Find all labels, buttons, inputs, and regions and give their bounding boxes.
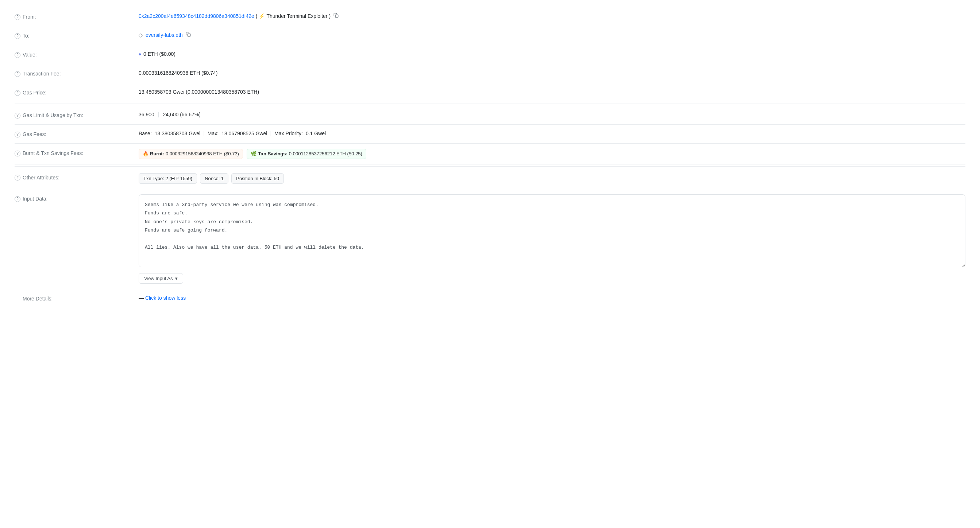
value-value-col: ♦ 0 ETH ($0.00) [138, 50, 966, 58]
gas-limit-pipe: | [158, 111, 159, 119]
txn-fee-row: ? Transaction Fee: 0.0003316168240938 ET… [14, 64, 966, 83]
gas-price-row: ? Gas Price: 13.480358703 Gwei (0.000000… [14, 83, 966, 102]
to-label-col: ? To: [14, 31, 138, 40]
more-details-value-col: — Click to show less [138, 294, 966, 302]
view-input-label: View Input As [144, 276, 173, 281]
to-help-icon[interactable]: ? [14, 33, 21, 39]
savings-badge: 🌿 Txn Savings: 0.0001128537256212 ETH ($… [247, 149, 366, 159]
burnt-savings-label-col: ? Burnt & Txn Savings Fees: [14, 149, 138, 157]
input-data-textarea[interactable] [138, 194, 966, 267]
from-tag: Thunder Terminal Exploiter [266, 13, 327, 20]
gas-fees-help-icon[interactable]: ? [14, 132, 21, 138]
burnt-savings-value-col: 🔥 Burnt: 0.0003291568240938 ETH ($0.73) … [138, 149, 966, 159]
base-label: Base: [138, 130, 152, 138]
other-attr-label: Other Attributes: [22, 174, 59, 182]
value-help-icon[interactable]: ? [14, 52, 21, 58]
svg-rect-0 [335, 14, 338, 17]
more-details-label: More Details: [22, 295, 52, 303]
show-less-link[interactable]: Click to show less [145, 295, 186, 301]
base-value: 13.380358703 Gwei [155, 130, 200, 138]
to-address-link[interactable]: eversify-labs.eth [146, 32, 183, 38]
txn-fee-amount: 0.0003316168240938 ETH ($0.74) [138, 70, 218, 76]
to-label: To: [22, 32, 30, 40]
value-label-col: ? Value: [14, 50, 138, 59]
burnt-savings-help-icon[interactable]: ? [14, 151, 21, 157]
section-divider [14, 103, 966, 104]
fire-emoji: 🔥 [143, 150, 148, 157]
txn-type-badge: Txn Type: 2 (EIP-1559) [138, 173, 197, 184]
nonce-badge: Nonce: 1 [200, 173, 228, 184]
savings-emoji: 🌿 [251, 150, 256, 157]
input-data-help-icon[interactable]: ? [14, 196, 21, 202]
other-attr-help-icon[interactable]: ? [14, 174, 21, 181]
burnt-savings-label: Burnt & Txn Savings Fees: [22, 149, 83, 157]
burnt-savings-row: ? Burnt & Txn Savings Fees: 🔥 Burnt: 0.0… [14, 144, 966, 165]
gas-limit-value-col: 36,900 | 24,600 (66.67%) [138, 111, 966, 119]
eth-icon: ♦ [138, 51, 141, 57]
max-priority-value: 0.1 Gwei [306, 130, 326, 138]
section-divider-2 [14, 166, 966, 166]
from-label: From: [22, 13, 36, 21]
show-less-prefix: — [138, 295, 145, 301]
to-value-col: ◇ eversify-labs.eth [138, 31, 966, 39]
savings-label: Txn Savings: [258, 150, 288, 157]
txn-fee-label: Transaction Fee: [22, 70, 61, 78]
value-amount: 0 ETH ($0.00) [143, 51, 175, 57]
pipe1: | [203, 130, 205, 138]
from-copy-icon[interactable] [334, 13, 339, 18]
gas-price-label-col: ? Gas Price: [14, 88, 138, 97]
input-data-label: Input Data: [22, 195, 48, 203]
to-copy-icon[interactable] [186, 32, 191, 37]
position-badge: Position In Block: 50 [231, 173, 284, 184]
from-help-icon[interactable]: ? [14, 14, 21, 20]
gas-usage-value: 24,600 (66.67%) [163, 111, 200, 119]
other-attr-label-col: ? Other Attributes: [14, 173, 138, 182]
savings-value: 0.0001128537256212 ETH ($0.25) [289, 150, 362, 157]
from-tag-badge: (⚡ Thunder Terminal Exploiter) [256, 13, 331, 20]
max-label: Max: [208, 130, 218, 138]
max-value: 18.067908525 Gwei [221, 130, 267, 138]
gas-fees-label-col: ? Gas Fees: [14, 130, 138, 138]
txn-fee-label-col: ? Transaction Fee: [14, 69, 138, 78]
contract-icon: ◇ [138, 32, 143, 38]
svg-rect-1 [188, 33, 191, 36]
txn-fee-value-col: 0.0003316168240938 ETH ($0.74) [138, 69, 966, 77]
thunder-emoji: ⚡ [259, 13, 265, 20]
value-label: Value: [22, 51, 37, 59]
input-data-label-col: ? Input Data: [14, 194, 138, 203]
input-data-wrapper: View Input As ▾ [138, 194, 966, 284]
gas-fees-label: Gas Fees: [22, 130, 46, 138]
max-priority-label: Max Priority: [274, 130, 303, 138]
gas-limit-value: 36,900 [138, 111, 154, 119]
chevron-down-icon: ▾ [175, 276, 178, 281]
gas-limit-help-icon[interactable]: ? [14, 113, 21, 119]
other-attr-value-col: Txn Type: 2 (EIP-1559) Nonce: 1 Position… [138, 173, 966, 184]
gas-price-amount: 13.480358703 Gwei (0.0000000013480358703… [138, 89, 259, 95]
pipe2: | [270, 130, 272, 138]
value-row: ? Value: ♦ 0 ETH ($0.00) [14, 45, 966, 64]
gas-price-help-icon[interactable]: ? [14, 90, 21, 96]
from-value-col: 0x2a2c200af4e659348c4182dd9806a340851df4… [138, 13, 966, 20]
other-attributes-row: ? Other Attributes: Txn Type: 2 (EIP-155… [14, 168, 966, 190]
more-details-row: ? More Details: — Click to show less [14, 289, 966, 308]
txn-fee-help-icon[interactable]: ? [14, 71, 21, 77]
burnt-value: 0.0003291568240938 ETH ($0.73) [165, 150, 239, 157]
view-input-button[interactable]: View Input As ▾ [138, 273, 183, 284]
gas-limit-label: Gas Limit & Usage by Txn: [22, 112, 83, 119]
gas-limit-row: ? Gas Limit & Usage by Txn: 36,900 | 24,… [14, 106, 966, 125]
more-details-label-col: ? More Details: [14, 294, 138, 303]
gas-price-value-col: 13.480358703 Gwei (0.0000000013480358703… [138, 88, 966, 96]
burnt-badge: 🔥 Burnt: 0.0003291568240938 ETH ($0.73) [138, 149, 243, 159]
to-row: ? To: ◇ eversify-labs.eth [14, 26, 966, 45]
gas-limit-label-col: ? Gas Limit & Usage by Txn: [14, 111, 138, 119]
input-data-row: ? Input Data: View Input As ▾ [14, 189, 966, 289]
from-address-link[interactable]: 0x2a2c200af4e659348c4182dd9806a340851df4… [138, 13, 254, 19]
gas-fees-value-col: Base: 13.380358703 Gwei | Max: 18.067908… [138, 130, 966, 138]
from-label-col: ? From: [14, 13, 138, 21]
burnt-label: Burnt: [150, 150, 164, 157]
gas-fees-row: ? Gas Fees: Base: 13.380358703 Gwei | Ma… [14, 125, 966, 144]
gas-price-label: Gas Price: [22, 89, 46, 97]
from-row: ? From: 0x2a2c200af4e659348c4182dd9806a3… [14, 7, 966, 26]
